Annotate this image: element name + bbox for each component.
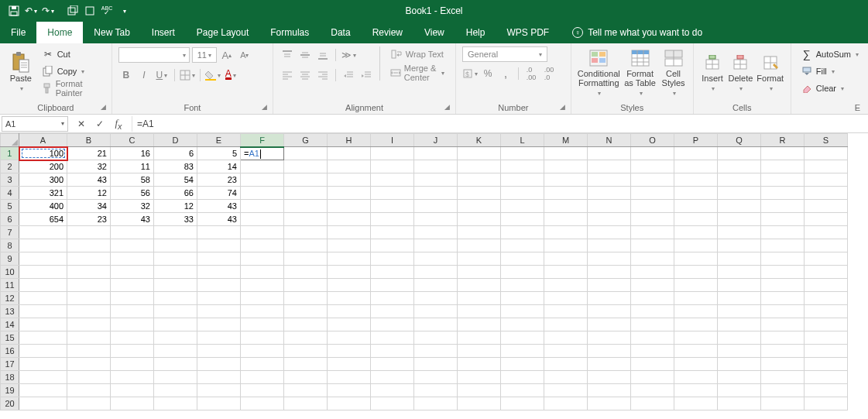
cell[interactable] <box>631 160 674 173</box>
cell[interactable] <box>674 200 718 213</box>
row-header[interactable]: 2 <box>1 160 19 173</box>
cell[interactable] <box>154 226 197 239</box>
cell[interactable] <box>111 345 154 358</box>
cell[interactable] <box>501 200 544 213</box>
cell[interactable] <box>501 173 544 187</box>
tab-help[interactable]: Help <box>455 22 496 43</box>
increase-indent-icon[interactable] <box>359 67 374 83</box>
cell[interactable] <box>805 200 848 213</box>
cell[interactable]: =A1 <box>241 147 284 160</box>
cell[interactable] <box>414 266 458 279</box>
row-header[interactable]: 9 <box>1 252 19 266</box>
decrease-font-icon[interactable]: A▾ <box>237 47 252 63</box>
delete-cells-button[interactable]: Delete▾ <box>728 46 753 98</box>
cell[interactable] <box>111 279 154 292</box>
cell[interactable] <box>284 252 328 266</box>
cell[interactable] <box>154 252 197 266</box>
cell[interactable]: 23 <box>67 213 111 226</box>
cell[interactable] <box>371 200 414 213</box>
fill-button[interactable]: Fill▾ <box>798 64 838 79</box>
cell[interactable] <box>371 187 414 200</box>
cell[interactable]: 200 <box>19 160 67 173</box>
align-right-icon[interactable] <box>315 67 331 83</box>
cancel-formula-icon[interactable]: ✕ <box>73 116 90 132</box>
row-header[interactable]: 17 <box>1 358 19 371</box>
cell[interactable] <box>241 318 284 331</box>
cell[interactable] <box>414 331 458 345</box>
row-header[interactable]: 7 <box>1 226 19 239</box>
cell[interactable] <box>197 397 241 410</box>
cell[interactable] <box>241 358 284 371</box>
column-header[interactable]: C <box>111 134 154 147</box>
cell[interactable] <box>631 292 674 305</box>
decrease-decimal-icon[interactable]: .00.0 <box>541 66 557 81</box>
cell[interactable] <box>761 292 805 305</box>
row-header[interactable]: 20 <box>1 397 19 410</box>
cell[interactable] <box>371 345 414 358</box>
cell[interactable] <box>328 226 371 239</box>
cell[interactable] <box>588 239 631 252</box>
cell[interactable] <box>805 358 848 371</box>
cell[interactable] <box>111 371 154 384</box>
cell[interactable]: 12 <box>154 200 197 213</box>
font-color-button[interactable]: A▾ <box>223 67 238 83</box>
cell[interactable] <box>414 318 458 331</box>
row-header[interactable]: 6 <box>1 213 19 226</box>
increase-font-icon[interactable]: A▴ <box>219 47 235 63</box>
cell[interactable] <box>19 239 67 252</box>
cell[interactable] <box>718 200 761 213</box>
cell[interactable] <box>718 358 761 371</box>
clipboard-launcher-icon[interactable]: ◢ <box>101 103 110 112</box>
cell[interactable] <box>19 305 67 318</box>
cell[interactable] <box>284 226 328 239</box>
cell[interactable] <box>458 147 501 160</box>
cell[interactable]: 100 <box>19 147 67 160</box>
cell[interactable] <box>761 173 805 187</box>
column-header[interactable]: E <box>197 134 241 147</box>
cell[interactable] <box>805 173 848 187</box>
cell[interactable] <box>414 371 458 384</box>
cell[interactable] <box>371 318 414 331</box>
format-painter-button[interactable]: Format Painter <box>39 81 105 96</box>
cell[interactable] <box>501 226 544 239</box>
cell[interactable] <box>761 371 805 384</box>
copy-button[interactable]: Copy▾ <box>39 64 105 79</box>
tab-file[interactable]: File <box>0 22 36 43</box>
cell[interactable] <box>458 305 501 318</box>
cell[interactable] <box>458 200 501 213</box>
cell[interactable] <box>197 371 241 384</box>
cell[interactable] <box>805 318 848 331</box>
decrease-indent-icon[interactable] <box>341 67 356 83</box>
cell[interactable] <box>458 266 501 279</box>
cell[interactable] <box>371 305 414 318</box>
cell[interactable] <box>674 252 718 266</box>
cell[interactable] <box>197 384 241 397</box>
cell[interactable] <box>284 173 328 187</box>
cell[interactable] <box>674 239 718 252</box>
cell[interactable] <box>328 187 371 200</box>
fx-icon[interactable]: fx <box>110 116 127 132</box>
cell[interactable] <box>458 279 501 292</box>
cell[interactable] <box>328 358 371 371</box>
cell[interactable] <box>19 397 67 410</box>
cell[interactable] <box>544 292 588 305</box>
cell[interactable]: 43 <box>67 173 111 187</box>
row-header[interactable]: 4 <box>1 187 19 200</box>
cell[interactable] <box>718 292 761 305</box>
cell[interactable] <box>154 371 197 384</box>
cell[interactable]: 23 <box>197 173 241 187</box>
cell[interactable] <box>805 305 848 318</box>
cell[interactable] <box>241 397 284 410</box>
cell[interactable] <box>371 173 414 187</box>
cell[interactable] <box>718 252 761 266</box>
cell[interactable] <box>328 318 371 331</box>
cell[interactable] <box>544 397 588 410</box>
cell[interactable] <box>19 371 67 384</box>
cell[interactable] <box>241 213 284 226</box>
cell[interactable] <box>761 226 805 239</box>
cell[interactable] <box>761 239 805 252</box>
column-header[interactable]: F <box>241 134 284 147</box>
column-header[interactable]: S <box>805 134 848 147</box>
cell[interactable] <box>328 173 371 187</box>
cell[interactable] <box>328 200 371 213</box>
